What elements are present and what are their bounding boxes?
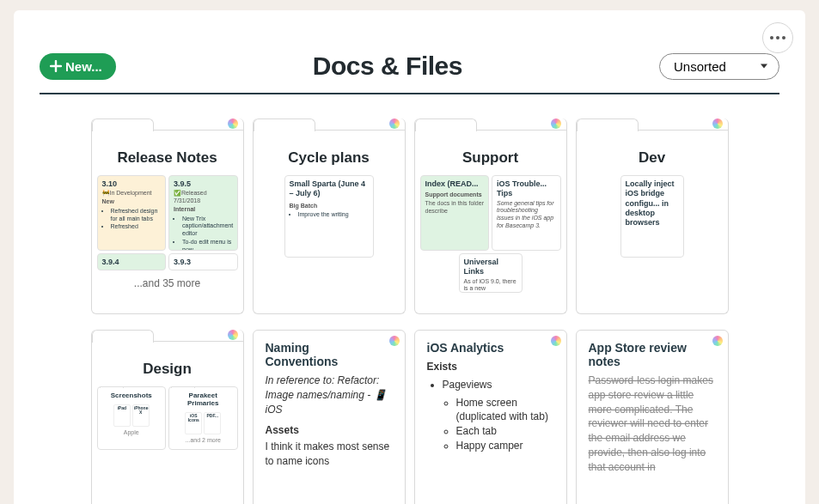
- folder-design[interactable]: Design Screenshots iPad iPhone X Apple P…: [91, 330, 244, 504]
- tiny-doc: iPad: [113, 404, 131, 427]
- list-item-label: Pageviews: [443, 379, 492, 391]
- doc-list: Pageviews Home screen (duplicated with t…: [427, 378, 554, 453]
- doc-body: In reference to: Refactor: Image names/n…: [266, 373, 393, 469]
- header: New... Docs & Files Unsorted: [40, 52, 779, 94]
- new-button-label: New...: [65, 59, 102, 74]
- page-title: Docs & Files: [313, 52, 462, 81]
- list-item: Home screen (duplicated with tab): [456, 396, 554, 425]
- folder-title: Design: [99, 361, 236, 378]
- tiny-doc: iOS Icons: [185, 412, 202, 434]
- doc-card-title: 3.9.3: [174, 258, 191, 266]
- folder-title: Dev: [584, 149, 721, 167]
- color-dot-icon: [551, 336, 561, 346]
- doc-section: Assets: [266, 423, 393, 438]
- doc-body: The docs in this folder describe: [425, 200, 485, 216]
- doc-status: 🚧In Development: [102, 190, 162, 197]
- doc-bullets: New Trix caption/attachment editor To-do…: [174, 216, 233, 252]
- doc-title: iOS Analytics: [427, 341, 554, 355]
- doc-title: App Store review notes: [589, 341, 716, 368]
- folder-more-label: ...and 35 more: [92, 277, 243, 289]
- sort-select[interactable]: Unsorted: [659, 53, 779, 80]
- new-button[interactable]: New...: [40, 53, 116, 80]
- color-dot-icon: [389, 336, 400, 346]
- doc-body: Password-less login makes app store revi…: [589, 373, 716, 475]
- doc-text: I think it makes most sense to name icon…: [266, 440, 393, 469]
- doc-card-title: 3.10: [102, 179, 118, 188]
- color-dot-icon: [228, 330, 238, 340]
- tiny-doc: iPhone X: [132, 404, 150, 427]
- color-dot-icon: [551, 118, 561, 129]
- bullet: To-do edit menu is now: [182, 239, 233, 251]
- doc-card-title: Small Sparta (June 4 – July 6): [290, 179, 366, 197]
- doc-appstore-review[interactable]: App Store review notes Password-less log…: [576, 330, 729, 504]
- sub-list: Home screen (duplicated with tab) Each t…: [443, 396, 554, 453]
- doc-card-393[interactable]: 3.9.3: [168, 253, 238, 270]
- tiny-doc: PDF...: [204, 412, 221, 434]
- doc-body: Some general tips for troubleshooting is…: [497, 200, 556, 230]
- sort-select-wrap: Unsorted: [659, 53, 779, 80]
- sub-grid: Locally inject iOS bridge configu... in …: [577, 175, 728, 258]
- subfolder-parakeet[interactable]: Parakeet Primaries iOS Icons PDF... ...a…: [168, 386, 238, 450]
- doc-card-395[interactable]: 3.9.5 ✅Released 7/31/2018 Internal New T…: [168, 175, 238, 251]
- sub-grid: Screenshots iPad iPhone X Apple Parakeet…: [92, 386, 243, 450]
- sub-grid: 3.10 🚧In Development New Refreshed desig…: [92, 175, 243, 270]
- folder-release-notes[interactable]: Release Notes 3.10 🚧In Development New R…: [91, 118, 244, 314]
- more-actions-button[interactable]: [762, 22, 793, 53]
- list-item: Pageviews Home screen (duplicated with t…: [443, 378, 554, 453]
- doc-naming-conventions[interactable]: Naming Conventions In reference to: Refa…: [253, 330, 406, 504]
- sub-grid-single: Universal Links As of iOS 9.0, there is …: [415, 253, 566, 293]
- color-dot-icon: [712, 336, 723, 346]
- tiny-docs: iPad iPhone X: [101, 404, 162, 427]
- folder-title: Cycle plans: [260, 149, 398, 167]
- doc-bullets: Improve the writing: [290, 211, 369, 219]
- doc-card-394[interactable]: 3.9.4: [97, 253, 167, 270]
- folder-support[interactable]: Support Index (READ... Support documents…: [414, 118, 567, 314]
- subfolder-more: ...and 2 more: [173, 437, 234, 443]
- doc-section: New: [102, 198, 162, 206]
- doc-reference: In reference to: Refactor: Image names/n…: [266, 374, 387, 416]
- doc-body: As of iOS 9.0, there is a new: [464, 278, 517, 294]
- bullet: Refreshed: [111, 223, 162, 231]
- subfolder-screenshots[interactable]: Screenshots iPad iPhone X Apple: [97, 386, 167, 450]
- doc-section: Big Batch: [290, 203, 369, 210]
- plus-icon: [50, 60, 62, 72]
- doc-card-bridge[interactable]: Locally inject iOS bridge configu... in …: [620, 175, 684, 258]
- doc-card-title: Locally inject iOS bridge configu... in …: [626, 179, 675, 227]
- doc-section: Internal: [174, 206, 233, 214]
- sub-grid: Small Sparta (June 4 – July 6) Big Batch…: [254, 175, 405, 258]
- tiny-docs: iOS Icons PDF...: [173, 412, 234, 434]
- folder-title: Support: [422, 149, 559, 167]
- color-dot-icon: [712, 118, 723, 129]
- doc-card-title: 3.9.4: [102, 258, 119, 266]
- tiny-doc-label: Apple: [101, 429, 162, 435]
- doc-card-ios-tips[interactable]: iOS Trouble... Tips Some general tips fo…: [492, 175, 561, 251]
- doc-ios-analytics[interactable]: iOS Analytics Exists Pageviews Home scre…: [414, 330, 567, 504]
- folder-title: Release Notes: [99, 149, 236, 167]
- list-item: Each tab: [456, 424, 554, 439]
- doc-status: ✅Released 7/31/2018: [174, 190, 233, 205]
- sub-grid: Index (READ... Support documents The doc…: [415, 175, 566, 251]
- doc-card-universal-links[interactable]: Universal Links As of iOS 9.0, there is …: [459, 253, 523, 293]
- page-container: New... Docs & Files Unsorted Release Not…: [14, 10, 805, 504]
- doc-section: Support documents: [425, 191, 485, 199]
- color-dot-icon: [228, 118, 238, 129]
- doc-card-title: iOS Trouble... Tips: [497, 179, 547, 197]
- doc-card-index[interactable]: Index (READ... Support documents The doc…: [420, 175, 490, 251]
- bullet: Improve the writing: [298, 211, 369, 219]
- doc-card-310[interactable]: 3.10 🚧In Development New Refreshed desig…: [97, 175, 167, 251]
- doc-title: Naming Conventions: [266, 341, 393, 368]
- bullet: Refreshed design for all main tabs: [111, 208, 162, 223]
- subfolder-title: Screenshots: [111, 392, 152, 399]
- doc-section: Exists: [427, 360, 554, 374]
- folder-dev[interactable]: Dev Locally inject iOS bridge configu...…: [576, 118, 729, 314]
- doc-bullets: Refreshed design for all main tabs Refre…: [102, 208, 162, 231]
- bullet: New Trix caption/attachment editor: [182, 216, 233, 238]
- doc-strikethrough-text: Password-less login makes app store revi…: [589, 374, 713, 473]
- subfolder-title: Parakeet Primaries: [187, 392, 218, 407]
- doc-card-sparta[interactable]: Small Sparta (June 4 – July 6) Big Batch…: [284, 175, 374, 258]
- doc-card-title: 3.9.5: [174, 179, 191, 188]
- doc-card-title: Index (READ...: [425, 179, 479, 188]
- folder-cycle-plans[interactable]: Cycle plans Small Sparta (June 4 – July …: [253, 118, 406, 314]
- list-item: Happy camper: [456, 439, 554, 453]
- doc-card-title: Universal Links: [464, 258, 499, 276]
